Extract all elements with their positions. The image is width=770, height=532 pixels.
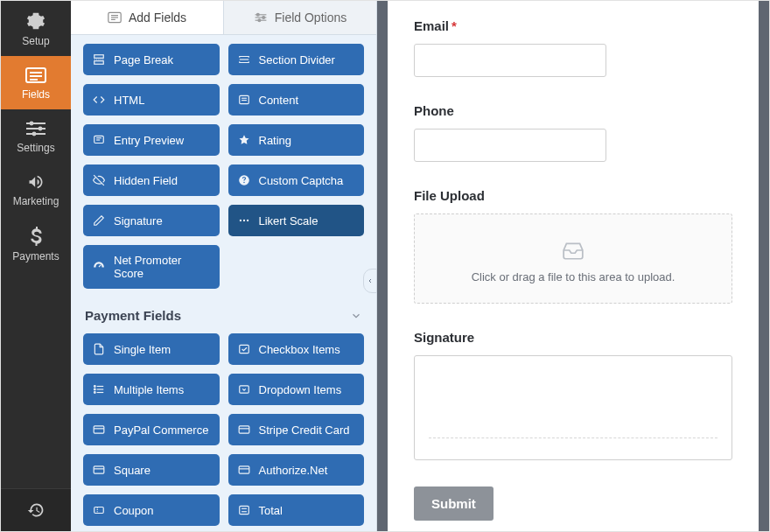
field-label: Custom Captcha — [259, 174, 344, 187]
builder-panel: Add Fields Field Options Page BreakSecti… — [71, 1, 377, 531]
basic-fields-grid: Page BreakSection DividerHTMLContentEntr… — [83, 44, 364, 289]
file-icon — [92, 342, 106, 356]
code-icon — [92, 93, 106, 107]
pencil-icon — [92, 214, 106, 228]
nav-marketing[interactable]: Marketing — [1, 163, 71, 216]
field-coupon[interactable]: Coupon — [83, 494, 220, 526]
nav-label: Settings — [17, 142, 54, 154]
field-label: Total — [259, 504, 283, 517]
tab-field-options[interactable]: Field Options — [223, 1, 376, 35]
field-label: Net Promoter Score — [114, 254, 211, 280]
field-total[interactable]: Total — [228, 494, 365, 526]
tab-add-fields[interactable]: Add Fields — [71, 1, 223, 35]
nav-fields[interactable]: Fields — [1, 56, 71, 109]
card-icon — [92, 423, 106, 437]
field-label: Page Break — [114, 53, 173, 66]
field-multiple-items[interactable]: Multiple Items — [83, 374, 220, 405]
star-icon — [237, 133, 251, 147]
payment-fields-toggle[interactable]: Payment Fields — [85, 308, 362, 323]
svg-point-33 — [242, 220, 244, 221]
builder-scroll[interactable]: Page BreakSection DividerHTMLContentEntr… — [71, 35, 376, 531]
panel-collapse-handle[interactable] — [363, 269, 377, 293]
svg-rect-2 — [30, 75, 42, 77]
divider-icon — [237, 52, 251, 66]
field-label: Checkbox Items — [259, 343, 340, 356]
phone-input[interactable] — [414, 129, 606, 162]
vertical-nav: Setup Fields Settings Marketing Payments — [1, 1, 71, 531]
field-checkbox-items[interactable]: Checkbox Items — [228, 333, 365, 365]
nav-payments[interactable]: Payments — [1, 216, 71, 271]
gear-icon — [26, 11, 46, 31]
check-icon — [237, 342, 251, 356]
svg-point-17 — [256, 13, 259, 16]
field-likert-scale[interactable]: Likert Scale — [228, 205, 365, 236]
list-icon — [92, 382, 106, 396]
field-signature[interactable]: Signature — [83, 205, 220, 236]
history-icon — [27, 501, 45, 519]
svg-point-32 — [239, 220, 241, 221]
svg-rect-43 — [239, 386, 248, 393]
field-file-upload[interactable]: File Upload Click or drag a file to this… — [414, 188, 732, 304]
dropdown-icon — [237, 382, 251, 396]
file-upload-dropzone[interactable]: Click or drag a file to this area to upl… — [414, 214, 732, 304]
field-label: PayPal Commerce — [114, 424, 208, 437]
field-single-item[interactable]: Single Item — [83, 333, 220, 365]
inbox-icon — [424, 239, 723, 262]
svg-point-40 — [94, 386, 95, 388]
signature-pad[interactable] — [414, 355, 732, 460]
svg-point-9 — [32, 132, 37, 136]
field-dropdown-items[interactable]: Dropdown Items — [228, 374, 365, 405]
field-page-break[interactable]: Page Break — [83, 44, 220, 75]
field-email[interactable]: Email* — [414, 18, 732, 77]
field-rating[interactable]: Rating — [228, 124, 365, 156]
field-label: Square — [114, 464, 150, 477]
form-preview[interactable]: Email* Phone File Upload Click or drag a… — [388, 1, 759, 531]
signature-label: Signature — [414, 330, 732, 345]
svg-point-41 — [94, 388, 95, 390]
field-custom-captcha[interactable]: Custom Captcha — [228, 164, 365, 196]
svg-rect-27 — [94, 136, 104, 143]
question-icon — [237, 173, 251, 187]
total-icon — [237, 503, 251, 517]
submit-button[interactable]: Submit — [414, 486, 494, 521]
field-phone[interactable]: Phone — [414, 103, 732, 162]
field-net-promoter-score[interactable]: Net Promoter Score — [83, 245, 220, 289]
field-authorize-net[interactable]: Authorize.Net — [228, 454, 365, 486]
label-text: Email — [414, 18, 449, 33]
svg-rect-52 — [94, 508, 104, 514]
field-label: Single Item — [114, 343, 171, 356]
field-paypal-commerce[interactable]: PayPal Commerce — [83, 414, 220, 445]
add-fields-icon — [108, 11, 122, 24]
gauge-icon — [92, 260, 106, 274]
nav-setup[interactable]: Setup — [1, 1, 71, 56]
preview-icon — [92, 133, 106, 147]
nav-history[interactable] — [1, 488, 71, 531]
svg-rect-50 — [239, 466, 249, 473]
svg-rect-48 — [94, 466, 104, 473]
field-signature[interactable]: Signature — [414, 330, 732, 460]
svg-point-34 — [246, 220, 248, 221]
field-label: Stripe Credit Card — [259, 424, 350, 437]
file-upload-label: File Upload — [414, 188, 732, 203]
field-content[interactable]: Content — [228, 84, 365, 116]
svg-rect-5 — [26, 128, 46, 130]
field-section-divider[interactable]: Section Divider — [228, 44, 365, 75]
field-square[interactable]: Square — [83, 454, 220, 486]
nav-settings[interactable]: Settings — [1, 109, 71, 163]
nav-label: Setup — [22, 35, 49, 47]
tab-label: Add Fields — [129, 10, 186, 24]
field-hidden-field[interactable]: Hidden Field — [83, 164, 220, 196]
email-label: Email* — [414, 18, 732, 33]
chevron-down-icon — [350, 310, 362, 322]
field-label: Signature — [114, 214, 163, 228]
tab-label: Field Options — [275, 10, 346, 24]
field-html[interactable]: HTML — [83, 84, 220, 116]
nav-label: Payments — [12, 250, 59, 262]
email-input[interactable] — [414, 44, 606, 77]
field-entry-preview[interactable]: Entry Preview — [83, 124, 220, 156]
field-label: Dropdown Items — [259, 383, 342, 396]
field-label: Hidden Field — [114, 174, 178, 187]
svg-point-7 — [30, 122, 34, 126]
svg-rect-21 — [94, 61, 104, 65]
field-stripe-credit-card[interactable]: Stripe Credit Card — [228, 414, 365, 445]
